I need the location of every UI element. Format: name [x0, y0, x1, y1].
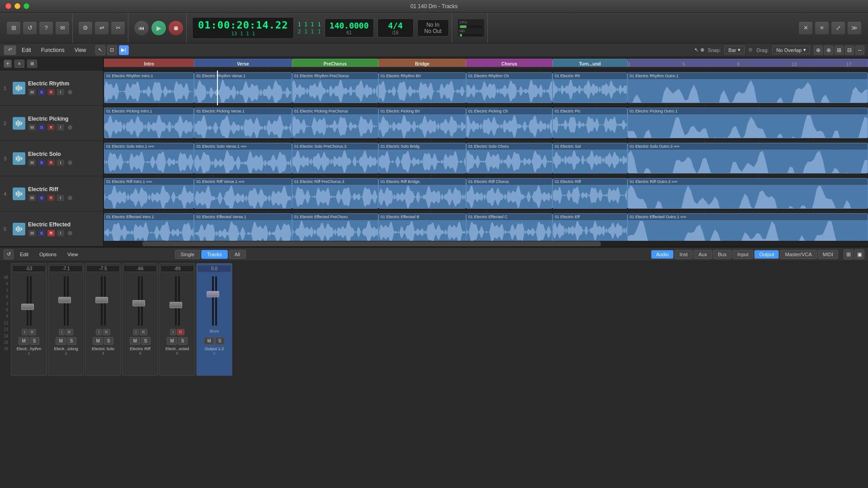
record-btn-3[interactable]: R	[47, 159, 55, 166]
ch-i-btn-2[interactable]: I	[59, 329, 65, 335]
back-button[interactable]: ↶	[4, 45, 16, 55]
zoom-btn-2[interactable]: ⊕	[824, 46, 833, 55]
ch-i-btn-3[interactable]: I	[96, 329, 102, 335]
audio-filter-tab[interactable]: Audio	[651, 250, 674, 259]
clip[interactable]: 01 Electric Eff	[552, 213, 627, 241]
mail-button[interactable]: ✉	[55, 21, 70, 35]
clip[interactable]: 01 Electric Sol	[552, 143, 627, 174]
open-button[interactable]: ⊞	[6, 21, 21, 35]
track-row-5[interactable]: 01 Electric Effected Intro.101 Electric …	[104, 211, 868, 241]
clip[interactable]: 01 Electric Riff Verse.1 ∞∞	[194, 178, 292, 209]
clip[interactable]: 01 Electric Effected Outro.1 ∞∞	[627, 213, 868, 241]
snap-selector[interactable]: Bar ▾	[724, 46, 745, 54]
clip[interactable]: 01 Electric Rhythm PreChorus	[292, 72, 378, 103]
mute-btn-3[interactable]: M	[28, 159, 36, 166]
ch-r-btn-5[interactable]: R	[177, 329, 184, 335]
clip[interactable]: 01 Electric Picking Intro.1	[104, 108, 194, 138]
clip[interactable]: 01 Electric Riff Outro.3 ∞∞	[627, 178, 868, 209]
inst-filter-tab[interactable]: Inst	[675, 250, 693, 259]
rewind-button[interactable]: ⏮	[134, 20, 149, 36]
clip[interactable]: 01 Electric Picking Verse.1	[194, 108, 292, 138]
clip[interactable]: 01 Electric Rhythm Bri	[378, 72, 466, 103]
pointer-tool[interactable]: ↖	[95, 45, 105, 55]
clip[interactable]: 01 Electric Riff Chorus	[466, 178, 552, 209]
clip[interactable]: 01 Electric Rhythm Outro.1	[627, 72, 868, 103]
view-menu[interactable]: View	[70, 45, 91, 55]
input-filter-tab[interactable]: Input	[732, 250, 753, 259]
solo-btn-4[interactable]: S	[38, 194, 46, 202]
grid-view-button[interactable]: ⊞	[27, 60, 37, 68]
ch-m-3[interactable]: M	[93, 337, 103, 345]
settings-button[interactable]: ⚙	[78, 21, 93, 35]
aux-filter-tab[interactable]: Aux	[693, 250, 712, 259]
zoom-btn-1[interactable]: ⊕	[814, 46, 823, 55]
clip[interactable]: 01 Electric Effected Verse.1	[194, 213, 292, 241]
record-button[interactable]: ⏺	[168, 20, 184, 36]
clip[interactable]: 01 Electric Effected C	[466, 213, 552, 241]
clip[interactable]: 01 Electric Solo Bridg	[378, 143, 466, 174]
mute-btn-5[interactable]: M	[28, 230, 36, 237]
ch-r-btn-1[interactable]: R	[28, 329, 36, 335]
solo-btn-3[interactable]: S	[38, 159, 46, 166]
add-track-button[interactable]: +	[4, 60, 12, 68]
mixer-view-btn-1[interactable]: ⊞	[844, 249, 854, 259]
midi-filter-tab[interactable]: MIDI	[818, 250, 838, 259]
input-btn-5[interactable]: I	[57, 230, 65, 237]
tracks-tab[interactable]: Tracks	[201, 250, 228, 259]
help-button[interactable]: ?	[39, 21, 53, 35]
input-btn-2[interactable]: I	[57, 124, 65, 131]
clip[interactable]: 01 Electric Solo Intro.1 ∞∞	[104, 143, 194, 174]
solo-btn-1[interactable]: S	[38, 89, 46, 96]
clip[interactable]: 01 Electric Riff	[552, 178, 627, 209]
clip[interactable]: 01 Electric Solo Choru	[466, 143, 552, 174]
maximize-button[interactable]	[24, 3, 29, 9]
clip[interactable]: 01 Electric Rhythm Ch	[466, 72, 552, 103]
ch-fader-area-3[interactable]	[86, 274, 120, 328]
clip[interactable]: 01 Electric Picking Bri	[378, 108, 466, 138]
mixer-edit-menu[interactable]: Edit	[15, 250, 33, 259]
ch-i-btn-5[interactable]: I	[170, 329, 176, 335]
clip[interactable]: 01 Electric Riff Intro.1 ∞∞	[104, 178, 194, 209]
clip[interactable]: 01 Electric Riff PreChorus.3	[292, 178, 378, 209]
output-filter-tab[interactable]: Output	[754, 250, 779, 259]
zoom-btn-4[interactable]: ⊟	[845, 46, 854, 55]
bpm-display[interactable]: 140.0000 61	[325, 19, 374, 38]
edit-menu[interactable]: Edit	[17, 45, 36, 55]
ch-fader-area-5[interactable]	[160, 274, 194, 328]
list-icon-button[interactable]: ≡	[815, 21, 829, 35]
clip[interactable]: 01 Electric Rhythm Intro.1	[104, 72, 194, 103]
clip[interactable]: 01 Electric Solo Verse.1 ∞∞	[194, 143, 292, 174]
clip[interactable]: 01 Electric Pic	[552, 108, 627, 138]
input-btn-1[interactable]: I	[57, 89, 65, 96]
ch-fader-area-6[interactable]	[198, 274, 231, 328]
all-tab[interactable]: All	[229, 250, 246, 259]
zoom-btn-5[interactable]: ↔	[855, 46, 864, 55]
mixer-options-menu[interactable]: Options	[35, 250, 61, 259]
ch-s-6[interactable]: S	[215, 337, 225, 345]
time-sig-display[interactable]: 4/4 /16	[377, 19, 414, 38]
drag-selector[interactable]: No Overlap ▾	[772, 46, 810, 54]
ch-m-5[interactable]: M	[167, 337, 177, 345]
clip[interactable]: 01 Electric Picking Ch	[466, 108, 552, 138]
ch-i-btn-4[interactable]: I	[133, 329, 139, 335]
ch-s-4[interactable]: S	[141, 337, 151, 345]
save-button[interactable]: ↺	[23, 21, 37, 35]
clip[interactable]: 01 Electric Rhythm Verse.1	[194, 72, 292, 103]
ch-fader-area-2[interactable]	[49, 274, 83, 328]
ch-m-4[interactable]: M	[130, 337, 140, 345]
ch-i-btn-1[interactable]: I	[22, 329, 28, 335]
minimize-button[interactable]	[14, 3, 20, 9]
clip[interactable]: 01 Electric Solo Outro.3 ∞∞	[627, 143, 868, 174]
bus-filter-tab[interactable]: Bus	[713, 250, 731, 259]
input-btn-3[interactable]: I	[57, 159, 65, 166]
horizontal-scrollbar[interactable]	[104, 241, 868, 246]
clip[interactable]: 01 Electric Solo PreChorus.3	[292, 143, 378, 174]
mute-btn-1[interactable]: M	[28, 89, 36, 96]
ruler[interactable]: IntroVersePreChorusBridgeChorusTurn...un…	[104, 57, 868, 70]
ch-m-2[interactable]: M	[56, 337, 66, 345]
solo-btn-5[interactable]: S	[38, 230, 46, 237]
record-btn-4[interactable]: R	[47, 194, 55, 202]
track-row-3[interactable]: 01 Electric Solo Intro.1 ∞∞01 Electric S…	[104, 141, 868, 176]
ch-s-5[interactable]: S	[178, 337, 188, 345]
ch-fader-area-4[interactable]	[123, 274, 157, 328]
